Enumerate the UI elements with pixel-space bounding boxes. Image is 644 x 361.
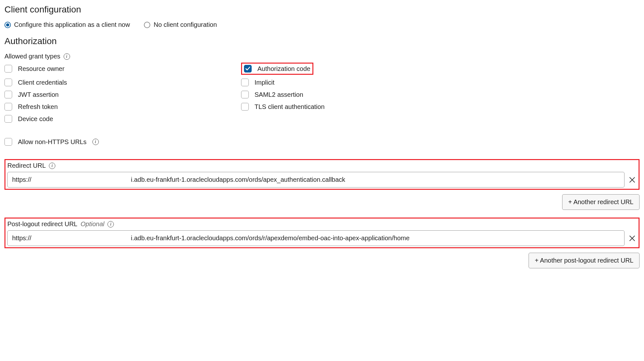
redirect-url-input-row (7, 172, 637, 188)
checkbox-icon (4, 115, 12, 123)
post-logout-url-highlight: Post-logout redirect URL Optional i (4, 218, 640, 248)
radio-label: Configure this application as a client n… (14, 21, 130, 28)
checkbox-icon (241, 79, 249, 86)
checkbox-icon (244, 65, 252, 73)
radio-icon (4, 22, 11, 28)
checkbox-label: SAML2 assertion (255, 91, 303, 98)
checkbox-label: Implicit (255, 79, 274, 86)
info-icon[interactable]: i (92, 139, 99, 145)
info-icon[interactable]: i (64, 53, 70, 60)
radio-label: No client configuration (153, 21, 217, 28)
checkbox-authorization-code[interactable]: Authorization code (244, 64, 310, 73)
redirect-url-label: Redirect URL (7, 162, 46, 169)
checkbox-icon (4, 65, 12, 73)
checkbox-refresh-token[interactable]: Refresh token (4, 102, 241, 111)
grant-types-grid: Resource owner Authorization code Client… (4, 63, 640, 123)
redirect-url-label-row: Redirect URL i (7, 162, 637, 169)
redirect-url-input[interactable] (7, 172, 624, 188)
checkbox-icon (241, 91, 249, 98)
checkbox-jwt-assertion[interactable]: JWT assertion (4, 90, 241, 99)
close-icon[interactable] (628, 175, 637, 184)
checkbox-label: Resource owner (18, 65, 65, 73)
checkbox-label: Refresh token (18, 103, 58, 111)
checkbox-icon (241, 103, 249, 111)
add-post-logout-button-row: + Another post-logout redirect URL (4, 253, 640, 268)
allowed-grant-types-label-row: Allowed grant types i (4, 53, 640, 60)
checkbox-client-credentials[interactable]: Client credentials (4, 78, 241, 87)
client-configuration-heading: Client configuration (4, 4, 640, 15)
close-icon[interactable] (628, 234, 637, 243)
checkbox-allow-non-https[interactable]: Allow non-HTTPS URLs (4, 137, 87, 146)
optional-label: Optional (81, 220, 105, 228)
checkbox-resource-owner[interactable]: Resource owner (4, 63, 241, 75)
checkbox-label: Authorization code (257, 65, 310, 73)
add-redirect-button-row: + Another redirect URL (4, 194, 640, 210)
radio-icon (144, 22, 150, 28)
authorization-heading: Authorization (4, 36, 640, 46)
radio-configure-now[interactable]: Configure this application as a client n… (4, 21, 130, 28)
checkbox-label: Device code (18, 115, 53, 123)
radio-no-client-config[interactable]: No client configuration (144, 21, 217, 28)
allow-non-https-row: Allow non-HTTPS URLs i (4, 137, 640, 146)
checkbox-label: TLS client authentication (255, 103, 325, 111)
redirect-url-highlight: Redirect URL i (4, 159, 640, 190)
checkbox-tls-client-auth[interactable]: TLS client authentication (241, 102, 640, 111)
info-icon[interactable]: i (49, 163, 55, 169)
add-redirect-url-button[interactable]: + Another redirect URL (562, 194, 640, 210)
post-logout-url-label-row: Post-logout redirect URL Optional i (7, 220, 637, 228)
post-logout-url-label: Post-logout redirect URL (7, 220, 77, 228)
allowed-grant-types-label: Allowed grant types (4, 53, 60, 60)
checkbox-label: Client credentials (18, 79, 67, 86)
checkbox-label: Allow non-HTTPS URLs (18, 138, 87, 146)
checkbox-icon (4, 79, 12, 86)
client-config-radio-group: Configure this application as a client n… (4, 21, 640, 28)
checkbox-icon (4, 91, 12, 98)
post-logout-url-input[interactable] (7, 230, 624, 246)
checkbox-icon (4, 138, 12, 146)
info-icon[interactable]: i (107, 221, 114, 227)
checkbox-icon (4, 103, 12, 111)
post-logout-url-input-row (7, 230, 637, 246)
add-post-logout-url-button[interactable]: + Another post-logout redirect URL (529, 253, 640, 268)
checkbox-implicit[interactable]: Implicit (241, 78, 640, 87)
checkbox-label: JWT assertion (18, 91, 59, 98)
checkbox-device-code[interactable]: Device code (4, 114, 241, 123)
checkbox-saml2-assertion[interactable]: SAML2 assertion (241, 90, 640, 99)
